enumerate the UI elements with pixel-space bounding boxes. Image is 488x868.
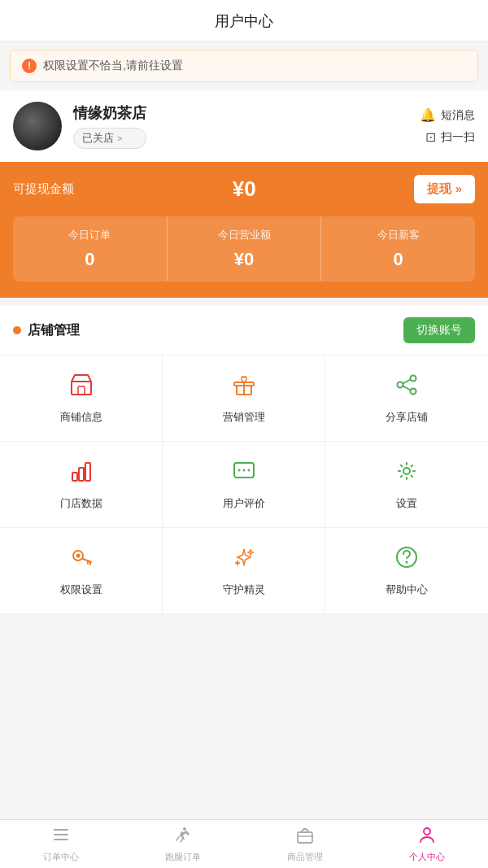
share-icon (394, 372, 420, 402)
shop-name: 情缘奶茶店 (73, 103, 146, 123)
orders-value: 0 (85, 249, 94, 270)
nav-goods[interactable]: 商品管理 (244, 820, 366, 868)
svg-point-18 (403, 468, 410, 474)
sales-value: ¥0 (234, 249, 254, 270)
svg-rect-13 (85, 463, 90, 481)
sparkle-icon (231, 544, 257, 574)
svg-point-6 (411, 376, 416, 382)
runner-icon (173, 826, 193, 848)
svg-rect-28 (54, 839, 68, 840)
scan-label: 扫一扫 (441, 130, 475, 145)
svg-line-9 (403, 380, 411, 384)
bottom-nav: 订单中心 跑腿订单 商品管理 个人 (0, 819, 488, 868)
svg-rect-0 (72, 382, 91, 395)
section-title: 店铺管理 (28, 322, 80, 339)
svg-line-10 (403, 386, 411, 390)
help-label: 帮助中心 (386, 582, 428, 597)
page-header: 用户中心 (0, 0, 488, 41)
svg-point-7 (398, 382, 403, 388)
new-customers-value: 0 (394, 249, 403, 270)
shop-info-label: 商铺信息 (60, 410, 102, 425)
stat-new-customers: 今日新客 0 (321, 216, 475, 281)
sales-label: 今日营业额 (218, 228, 271, 242)
svg-rect-29 (54, 829, 56, 831)
nav-orders-label: 订单中心 (43, 851, 79, 863)
warning-message: 权限设置不恰当,请前往设置 (43, 59, 183, 73)
menu-item-help[interactable]: 帮助中心 (325, 528, 488, 614)
comment-icon (231, 458, 257, 488)
review-label: 用户评价 (223, 496, 265, 511)
avatar[interactable] (13, 102, 62, 150)
message-label: 短消息 (441, 108, 475, 123)
chart-icon (68, 458, 94, 488)
svg-rect-31 (298, 832, 312, 843)
balance-row: 可提现金额 ¥0 提现 » (13, 175, 475, 203)
withdraw-button[interactable]: 提现 » (414, 175, 475, 203)
shop-status-label: 已关店 (82, 131, 114, 146)
bell-icon: 🔔 (420, 107, 436, 123)
stats-section: 可提现金额 ¥0 提现 » 今日订单 0 今日营业额 ¥0 今日新客 0 (0, 162, 488, 298)
guardian-label: 守护精灵 (223, 582, 265, 597)
svg-rect-1 (78, 386, 85, 395)
stat-orders: 今日订单 0 (13, 216, 168, 281)
menu-item-shop-info[interactable]: 商铺信息 (0, 355, 163, 442)
nav-profile-label: 个人中心 (409, 851, 445, 863)
chevron-right-icon: > (117, 133, 122, 143)
section-title-row: 店铺管理 (13, 322, 80, 339)
scan-icon: ⊡ (425, 129, 436, 145)
nav-profile[interactable]: 个人中心 (366, 820, 488, 868)
menu-item-permission[interactable]: 权限设置 (0, 528, 163, 614)
profile-left: 情缘奶茶店 已关店 > (13, 102, 146, 150)
nav-goods-label: 商品管理 (287, 851, 323, 863)
profile-right: 🔔 短消息 ⊡ 扫一扫 (420, 107, 475, 145)
gift-icon (231, 372, 257, 402)
stats-grid: 今日订单 0 今日营业额 ¥0 今日新客 0 (13, 216, 475, 281)
warning-banner[interactable]: ! 权限设置不恰当,请前往设置 (10, 50, 478, 82)
new-customers-label: 今日新客 (377, 228, 420, 242)
svg-point-16 (242, 469, 245, 472)
balance-amount: ¥0 (74, 177, 414, 202)
orange-dot-icon (13, 326, 21, 334)
scan-button[interactable]: ⊡ 扫一扫 (425, 129, 475, 145)
goods-icon (295, 826, 315, 848)
marketing-label: 营销管理 (223, 410, 265, 425)
balance-label: 可提现金额 (13, 181, 74, 197)
list-icon (51, 826, 71, 848)
menu-item-marketing[interactable]: 营销管理 (163, 355, 325, 442)
svg-point-33 (424, 828, 430, 835)
help-icon (394, 544, 420, 574)
switch-account-button[interactable]: 切换账号 (403, 317, 475, 343)
svg-point-17 (247, 469, 250, 472)
key-icon (68, 544, 94, 574)
menu-item-guardian[interactable]: 守护精灵 (163, 528, 325, 614)
permission-label: 权限设置 (60, 582, 102, 597)
shop-management-header: 店铺管理 切换账号 (0, 306, 488, 355)
svg-point-30 (183, 827, 186, 831)
nav-runner[interactable]: 跑腿订单 (122, 820, 244, 868)
person-icon (417, 826, 437, 848)
menu-item-review[interactable]: 用户评价 (163, 442, 325, 528)
orders-label: 今日订单 (68, 228, 111, 242)
settings-label: 设置 (396, 496, 417, 511)
nav-orders[interactable]: 订单中心 (0, 820, 122, 868)
warning-icon: ! (22, 59, 37, 73)
svg-rect-27 (54, 834, 68, 835)
stat-sales: 今日营业额 ¥0 (168, 216, 322, 281)
menu-grid: 商铺信息 营销管理 分享店铺 (0, 355, 488, 614)
svg-point-15 (237, 469, 240, 472)
share-label: 分享店铺 (386, 410, 428, 425)
menu-item-settings[interactable]: 设置 (325, 442, 488, 528)
profile-info: 情缘奶茶店 已关店 > (73, 103, 146, 149)
shop-status-button[interactable]: 已关店 > (73, 128, 146, 149)
header-title: 用户中心 (215, 13, 273, 29)
nav-runner-label: 跑腿订单 (165, 851, 201, 863)
profile-section: 情缘奶茶店 已关店 > 🔔 短消息 ⊡ 扫一扫 (0, 90, 488, 162)
data-label: 门店数据 (60, 496, 102, 511)
message-button[interactable]: 🔔 短消息 (420, 107, 475, 123)
svg-point-20 (76, 554, 80, 558)
menu-item-share[interactable]: 分享店铺 (325, 355, 488, 442)
svg-rect-12 (79, 468, 84, 481)
gear-icon (394, 458, 420, 488)
menu-item-data[interactable]: 门店数据 (0, 442, 163, 528)
store-icon (68, 372, 94, 402)
